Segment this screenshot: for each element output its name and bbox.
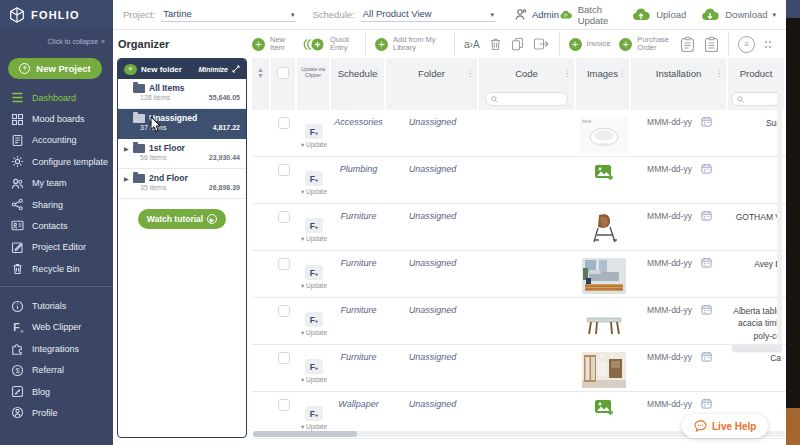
code-search-input[interactable] bbox=[485, 92, 569, 106]
row-schedule-cell[interactable]: Furniture bbox=[331, 345, 386, 392]
watch-tutorial-button[interactable]: Watch tutorial ▶ bbox=[138, 209, 226, 229]
row-folder-cell[interactable]: Unassigned bbox=[386, 110, 479, 157]
update-dropdown[interactable]: ▾ Update bbox=[301, 376, 327, 384]
bedroom-photo[interactable] bbox=[582, 258, 626, 298]
row-checkbox[interactable] bbox=[278, 258, 290, 270]
row-code-cell[interactable] bbox=[479, 298, 576, 345]
sidebar-item-sharing[interactable]: Sharing bbox=[0, 194, 113, 215]
row-images-cell[interactable]: NEW bbox=[576, 110, 631, 157]
sidebar-item-profile[interactable]: Profile bbox=[0, 402, 113, 423]
product-search-input[interactable] bbox=[731, 92, 780, 106]
schedule-select[interactable]: All Product View ▾ bbox=[361, 8, 496, 22]
sidebar-item-mood-boards[interactable]: Mood boards bbox=[0, 108, 113, 129]
update-dropdown[interactable]: ▾ Update bbox=[301, 188, 327, 196]
folder-value[interactable]: Unassigned bbox=[409, 117, 457, 127]
expand-caret-icon[interactable]: ▶ bbox=[124, 145, 129, 152]
sidebar-item-my-team[interactable]: My team bbox=[0, 173, 113, 194]
web-clipper-badge[interactable]: F+ bbox=[305, 312, 323, 327]
update-dropdown[interactable]: ▾ Update bbox=[301, 141, 327, 149]
folder-row-unassigned[interactable]: Unassigned37 items4,817.22 bbox=[118, 109, 246, 139]
row-schedule-cell[interactable]: Furniture bbox=[331, 251, 386, 298]
schedule-value[interactable]: Accessories bbox=[334, 117, 383, 127]
calendar-icon[interactable] bbox=[701, 163, 712, 174]
drag-handle-icon[interactable] bbox=[764, 40, 772, 49]
batch-update-button[interactable]: ⟳ Batch Update bbox=[559, 4, 617, 26]
column-header-images[interactable]: Images⋮ bbox=[576, 58, 631, 88]
sidebar-item-accounting[interactable]: Accounting bbox=[0, 130, 113, 151]
row-code-cell[interactable] bbox=[479, 157, 576, 204]
folder-value[interactable]: Unassigned bbox=[409, 164, 457, 174]
web-clipper-badge[interactable]: F+ bbox=[305, 265, 323, 280]
row-installation-cell[interactable]: MMM-dd-yy bbox=[631, 204, 728, 251]
column-menu-icon[interactable]: ⋮ bbox=[466, 69, 474, 78]
collapse-sidebar-button[interactable]: Click to collapse « bbox=[0, 30, 113, 52]
row-schedule-cell[interactable]: Accessories bbox=[331, 110, 386, 157]
new-folder-button[interactable]: New folder bbox=[141, 65, 182, 74]
expand-caret-icon[interactable]: ▶ bbox=[124, 175, 129, 182]
calendar-icon[interactable] bbox=[701, 116, 712, 127]
web-clipper-badge[interactable]: F+ bbox=[305, 359, 323, 374]
row-folder-cell[interactable]: Unassigned bbox=[386, 345, 479, 392]
web-clipper-badge[interactable]: F+ bbox=[305, 406, 323, 421]
schedule-value[interactable]: Furniture bbox=[340, 352, 376, 362]
move-to-icon[interactable] bbox=[533, 37, 550, 51]
folder-row-2nd-floor[interactable]: ▶2nd Floor35 items26,898.39 bbox=[118, 169, 246, 199]
row-installation-cell[interactable]: MMM-dd-yy bbox=[631, 251, 728, 298]
floating-scrollbar[interactable] bbox=[732, 344, 782, 351]
vertical-scrollbar[interactable] bbox=[777, 96, 782, 344]
report-icon[interactable] bbox=[680, 36, 695, 53]
table-menu-button[interactable]: ≡ bbox=[738, 36, 755, 53]
web-clipper-badge[interactable]: F+ bbox=[305, 218, 323, 233]
update-dropdown[interactable]: ▾ Update bbox=[301, 423, 327, 431]
row-schedule-cell[interactable]: Furniture bbox=[331, 298, 386, 345]
add-image-icon[interactable] bbox=[594, 164, 614, 186]
update-dropdown[interactable]: ▾ Update bbox=[301, 282, 327, 290]
calendar-icon[interactable] bbox=[701, 257, 712, 268]
interior-photo[interactable] bbox=[582, 352, 626, 392]
download-button[interactable]: Download ▾ bbox=[700, 8, 776, 22]
row-images-cell[interactable] bbox=[576, 204, 631, 251]
project-select[interactable]: Tartine ▾ bbox=[161, 8, 296, 22]
row-code-cell[interactable] bbox=[479, 110, 576, 157]
schedule-value[interactable]: Furniture bbox=[340, 211, 376, 221]
folder-value[interactable]: Unassigned bbox=[409, 211, 457, 221]
row-folder-cell[interactable]: Unassigned bbox=[386, 298, 479, 345]
web-clipper-badge[interactable]: F+ bbox=[305, 124, 323, 139]
row-code-cell[interactable] bbox=[479, 204, 576, 251]
row-images-cell[interactable] bbox=[576, 345, 631, 392]
minimize-button[interactable]: Minimize bbox=[198, 66, 228, 73]
sidebar-item-configure-template[interactable]: Configure template bbox=[0, 151, 113, 172]
folder-value[interactable]: Unassigned bbox=[409, 305, 457, 315]
row-checkbox[interactable] bbox=[278, 117, 290, 129]
row-code-cell[interactable] bbox=[479, 251, 576, 298]
schedule-value[interactable]: Wallpaper bbox=[338, 399, 378, 409]
web-clipper-badge[interactable]: F+ bbox=[305, 171, 323, 186]
column-header-product[interactable]: Product bbox=[728, 58, 786, 88]
column-menu-icon[interactable]: ⋮ bbox=[563, 69, 571, 78]
row-product-cell[interactable]: Ca bbox=[728, 345, 786, 392]
sidebar-item-recycle-bin[interactable]: Recycle Bin bbox=[0, 258, 113, 279]
column-menu-icon[interactable]: ⋮ bbox=[715, 69, 723, 78]
select-all-checkbox[interactable] bbox=[277, 67, 289, 79]
update-dropdown[interactable]: ▾ Update bbox=[301, 235, 327, 243]
calendar-icon[interactable] bbox=[701, 304, 712, 315]
column-header-installation[interactable]: Installation⋮ bbox=[631, 58, 728, 88]
admin-menu[interactable]: Admin bbox=[514, 8, 559, 21]
bench-photo[interactable] bbox=[582, 305, 626, 345]
row-folder-cell[interactable]: Unassigned bbox=[386, 251, 479, 298]
row-folder-cell[interactable]: Unassigned bbox=[386, 204, 479, 251]
sidebar-item-tutorials[interactable]: Tutorials bbox=[0, 295, 113, 316]
sidebar-item-web-clipper[interactable]: F+Web Clipper bbox=[0, 317, 113, 338]
logo[interactable]: FOHLIO bbox=[0, 0, 113, 30]
update-dropdown[interactable]: ▾ Update bbox=[301, 329, 327, 337]
schedule-value[interactable]: Furniture bbox=[340, 305, 376, 315]
sort-arrows-icon[interactable]: ▲▼ bbox=[257, 68, 264, 79]
upload-button[interactable]: Upload bbox=[631, 8, 686, 22]
purchase-order-button[interactable]: + Purchase Order bbox=[619, 36, 671, 53]
row-code-cell[interactable] bbox=[479, 345, 576, 392]
row-checkbox[interactable] bbox=[278, 164, 290, 176]
row-installation-cell[interactable]: MMM-dd-yy bbox=[631, 298, 728, 345]
column-header-schedule[interactable]: Schedule⋮ bbox=[331, 58, 386, 88]
invoice-button[interactable]: + Invoice bbox=[569, 38, 611, 51]
folder-value[interactable]: Unassigned bbox=[409, 399, 457, 409]
